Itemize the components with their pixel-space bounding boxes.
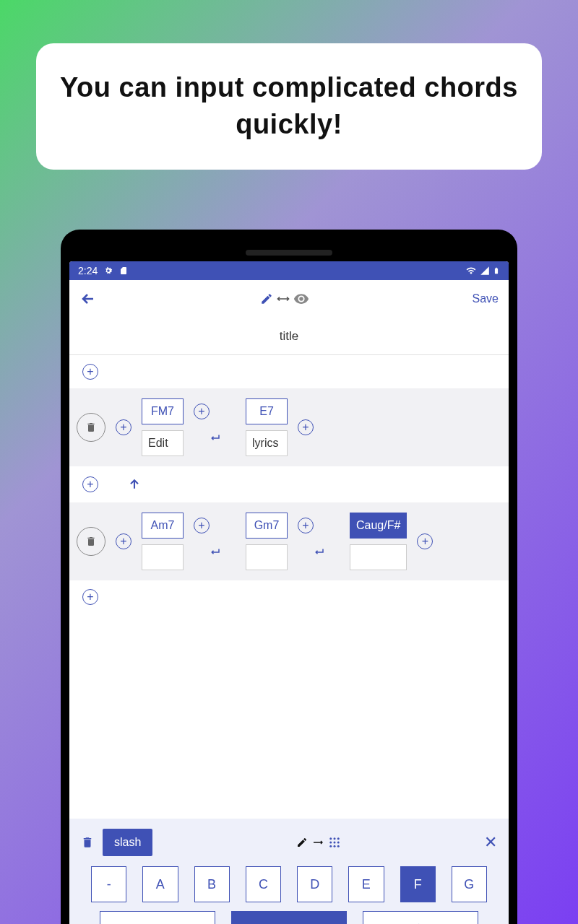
chord-chip[interactable]: Am7 [142,513,184,539]
slash-button[interactable]: slash [103,829,152,856]
key-dash[interactable]: - [91,866,126,902]
add-chord-button[interactable]: + [116,533,131,549]
wifi-icon [465,266,477,276]
battery-icon [493,265,500,276]
add-chord-button[interactable]: + [298,518,314,533]
save-button[interactable]: Save [473,292,499,305]
edit-preview-toggle[interactable] [260,291,309,307]
svg-point-2 [337,837,339,840]
key-sharp[interactable]: # [231,911,347,924]
svg-point-0 [329,837,332,840]
key-d[interactable]: D [297,866,332,902]
svg-point-6 [329,845,332,847]
add-chord-button[interactable]: + [194,518,210,533]
lyric-input[interactable] [246,544,288,570]
enter-icon[interactable] [194,425,236,451]
chord-row: + Am7 + Gm7 + Caug/F# [69,502,509,580]
chord-chip[interactable]: Gm7 [246,513,288,539]
title-text: title [280,329,298,344]
back-button[interactable] [79,290,97,308]
app-bar: Save [69,280,509,318]
add-row-button[interactable]: + [82,476,98,492]
lyric-input[interactable]: Edit [142,430,184,456]
keyboard-close-button[interactable]: ✕ [484,833,497,852]
svg-point-5 [337,842,339,844]
signal-icon [480,266,490,276]
svg-point-1 [333,837,335,840]
key-flat[interactable]: ♭ [363,911,478,924]
status-time: 2:24 [78,265,98,276]
add-chord-button[interactable]: + [298,419,314,435]
row-controls: + [69,466,509,502]
key-f[interactable]: F [400,866,436,902]
key-b[interactable]: B [194,866,230,902]
delete-row-button[interactable] [77,527,105,556]
enter-icon[interactable] [194,539,236,565]
svg-point-4 [333,842,335,844]
svg-point-8 [337,845,339,847]
song-title-field[interactable]: title [69,318,509,355]
chord-keyboard: slash ✕ - A B C D E F G - [69,819,509,924]
add-chord-button[interactable]: + [194,404,210,419]
keyboard-row-accidentals: - # ♭ [77,911,501,924]
add-row-button[interactable]: + [82,364,98,380]
key-g[interactable]: G [452,866,487,902]
enter-icon[interactable] [298,539,340,565]
keyboard-delete-button[interactable] [81,835,94,850]
chord-chip[interactable]: E7 [246,398,288,424]
sd-card-icon [119,266,128,276]
status-bar: 2:24 [69,261,509,280]
chord-row: + FM7 Edit + E7 lyrics + [69,388,509,466]
add-chord-button[interactable]: + [116,419,131,435]
lyric-input[interactable] [142,544,184,570]
empty-area [69,614,509,819]
lyric-input[interactable]: lyrics [246,430,288,456]
delete-row-button[interactable] [77,413,105,442]
key-c[interactable]: C [246,866,281,902]
tablet-notch [246,250,332,256]
key-a[interactable]: A [142,866,178,902]
key-natural[interactable]: - [100,911,215,924]
key-e[interactable]: E [348,866,384,902]
lyric-input[interactable] [350,544,407,570]
chord-chip[interactable]: FM7 [142,398,184,424]
settings-icon [103,266,113,276]
promo-headline: You can input complicated chords quickly… [58,69,520,144]
svg-point-7 [333,845,335,847]
app-screen: 2:24 [69,261,509,924]
add-row-button[interactable]: + [82,589,98,605]
move-up-button[interactable] [127,477,142,492]
keyboard-row-notes: - A B C D E F G [77,866,501,902]
add-chord-button[interactable]: + [417,533,433,549]
keyboard-mode-toggle[interactable] [296,836,341,849]
promo-banner: You can input complicated chords quickly… [36,43,542,170]
svg-point-3 [329,842,332,844]
chord-chip-selected[interactable]: Caug/F# [350,513,407,539]
tablet-frame: 2:24 [61,230,517,924]
